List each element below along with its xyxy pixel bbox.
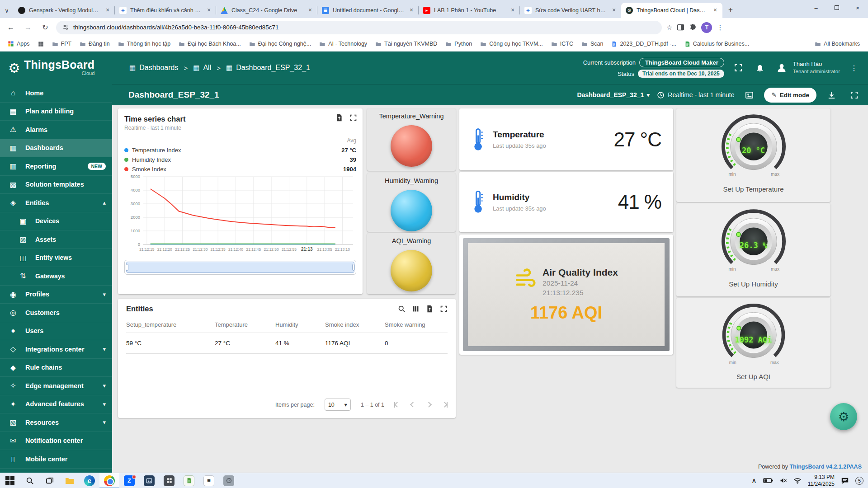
bookmark-folder[interactable]: Scan: [578, 39, 607, 48]
temperature-knob[interactable]: minmax 20 °C: [706, 111, 801, 188]
back-button[interactable]: ←: [5, 21, 17, 34]
reload-button[interactable]: ↻: [39, 21, 52, 34]
bookmark-star-icon[interactable]: ☆: [666, 23, 672, 32]
sidebar-item-mobile-center[interactable]: ▯Mobile center: [0, 450, 112, 469]
sidebar-item-entities[interactable]: ◈Entities▴: [0, 194, 112, 212]
sidebar-item-assets[interactable]: ▨Assets: [0, 230, 112, 249]
browser-tab[interactable]: Class_C24 - Google Drive ×: [216, 3, 317, 18]
subscription-badge[interactable]: ThingsBoard Cloud Maker: [639, 58, 724, 67]
tab-close-icon[interactable]: ×: [307, 7, 314, 14]
notifications-bell-icon[interactable]: [752, 60, 768, 75]
bookmark-folder[interactable]: Công cụ học TKVM...: [477, 39, 546, 48]
tab-close-icon[interactable]: ×: [205, 7, 212, 14]
export-icon[interactable]: [426, 305, 434, 313]
chart-range-scrollbar[interactable]: [124, 260, 356, 275]
bookmark-folder[interactable]: Python: [442, 39, 475, 48]
maximize-button[interactable]: [826, 0, 847, 15]
time-window-button[interactable]: Realtime - last 1 minute: [657, 91, 734, 99]
assistant-fab-button[interactable]: ⚙: [830, 403, 857, 430]
browser-tab[interactable]: Genspark - Verilog Module: Nh ×: [14, 3, 115, 18]
fullscreen-icon[interactable]: [731, 60, 746, 75]
bookmark-doc[interactable]: Calculus for Busines...: [681, 39, 752, 48]
page-size-select[interactable]: 10▾: [325, 399, 351, 411]
breadcrumb-current[interactable]: ▦Dashboard_ESP_32_1: [226, 64, 310, 72]
sidebar-item-users[interactable]: ●Users: [0, 322, 112, 341]
browser-tab[interactable]: ► LAB 1 Phần 1 - YouTube ×: [419, 3, 520, 18]
browser-profile-avatar[interactable]: T: [701, 22, 712, 33]
header-menu-icon[interactable]: ⋮: [846, 60, 862, 75]
download-icon[interactable]: [824, 87, 839, 103]
sidebar-item-solution-templates[interactable]: ▩Solution templates: [0, 176, 112, 194]
edge-icon[interactable]: e: [80, 473, 99, 488]
browser-tab[interactable]: ✦ Sửa code Verilog UART hiển th ×: [520, 3, 621, 18]
version-link[interactable]: ThingsBoard v4.2.1.2PAAS: [789, 464, 862, 470]
file-explorer-icon[interactable]: [60, 473, 80, 488]
taskbar-search-button[interactable]: [20, 473, 40, 488]
start-button[interactable]: [0, 473, 20, 488]
bookmark-grid-shortcut[interactable]: [35, 40, 47, 48]
site-settings-icon[interactable]: [62, 24, 69, 31]
first-page-button[interactable]: [394, 402, 399, 408]
sidebar-item-customers[interactable]: ◎Customers: [0, 304, 112, 322]
sidebar-item-rule-chains[interactable]: ◆Rule chains: [0, 359, 112, 377]
sidebar-item-reporting[interactable]: ▥ReportingNEW: [0, 157, 112, 176]
legend-row[interactable]: Smoke Index1904: [124, 164, 356, 174]
edit-mode-button[interactable]: ✎Edit mode: [764, 88, 816, 103]
sidebar-item-advanced-features[interactable]: ✦Advanced features▾: [0, 395, 112, 414]
browser-tab-active[interactable]: ⚙ ThingsBoard Cloud | Dashboar ×: [621, 3, 722, 18]
tab-close-icon[interactable]: ×: [509, 7, 516, 14]
bookmark-folder[interactable]: Đại học Công nghệ...: [246, 39, 314, 48]
browser-tab[interactable]: ✦ Thêm điều khiển và cảnh báo đ ×: [115, 3, 216, 18]
next-page-button[interactable]: [427, 402, 431, 408]
bookmark-folder[interactable]: Thông tin học tập: [115, 39, 174, 48]
legend-row[interactable]: Humidity Index39: [124, 155, 356, 164]
image-export-icon[interactable]: [741, 87, 757, 103]
address-bar[interactable]: thingsboard.cloud/dashboards/all/4b26a5d…: [56, 21, 662, 34]
zalo-icon[interactable]: Z: [119, 473, 139, 488]
tab-close-icon[interactable]: ×: [104, 7, 111, 14]
volume-muted-icon[interactable]: [779, 477, 787, 484]
sidebar-item-dashboards[interactable]: ▦Dashboards: [0, 139, 112, 158]
thingsboard-logo[interactable]: ⚙ ThingsBoardCloud: [0, 60, 112, 76]
minimize-button[interactable]: –: [806, 0, 826, 15]
column-header[interactable]: Smoke index: [325, 321, 385, 328]
wifi-icon[interactable]: [793, 477, 802, 484]
bookmark-pdf[interactable]: 2023_DD_DTH.pdf -...: [608, 39, 679, 48]
humidity-knob[interactable]: minmax 26.3 %: [706, 206, 801, 283]
sidebar-item-entity-views[interactable]: ◫Entity views: [0, 249, 112, 267]
breadcrumb-all[interactable]: ▦All: [193, 64, 211, 72]
bookmark-folder[interactable]: Đăng tin: [76, 39, 113, 48]
sidebar-item-notification-center[interactable]: ✉Notification center: [0, 432, 112, 450]
tab-close-icon[interactable]: ×: [712, 7, 719, 14]
user-menu[interactable]: Thanh Hào Tenant administrator: [774, 60, 840, 75]
sidebar-item-plan-and-billing[interactable]: ▤Plan and billing: [0, 103, 112, 121]
sidebar-item-resources[interactable]: ▧Resources▾: [0, 413, 112, 432]
editor-app-icon[interactable]: ≡: [199, 473, 219, 488]
columns-icon[interactable]: [412, 305, 420, 313]
task-view-button[interactable]: [40, 473, 60, 488]
bookmark-folder[interactable]: Đại học Bách Khoa...: [175, 39, 244, 48]
fullscreen-icon[interactable]: [846, 87, 862, 103]
sidebar-item-alarms[interactable]: ⚠Alarms: [0, 121, 112, 139]
range-handle-right[interactable]: [352, 264, 355, 271]
all-bookmarks-button[interactable]: All Bookmarks: [811, 39, 863, 48]
sidebar-item-profiles[interactable]: ◉Profiles▾: [0, 286, 112, 304]
action-center-icon[interactable]: [841, 477, 849, 485]
search-icon[interactable]: [398, 305, 406, 313]
column-header[interactable]: Humidity: [275, 321, 325, 328]
legend-row[interactable]: Temperature Index27 °C: [124, 145, 356, 155]
previous-page-button[interactable]: [411, 402, 415, 408]
fullscreen-icon[interactable]: [440, 305, 448, 313]
bookmark-folder[interactable]: ICTC: [548, 39, 576, 48]
dashboard-state-selector[interactable]: Dashboard_ESP_32_1▾: [577, 91, 650, 99]
export-icon[interactable]: [335, 114, 343, 122]
tab-close-icon[interactable]: ×: [610, 7, 618, 14]
close-button[interactable]: ×: [847, 0, 868, 15]
browser-menu-icon[interactable]: ⋮: [717, 23, 723, 32]
sidebar-item-edge-management[interactable]: ✧Edge management▾: [0, 377, 112, 395]
extensions-icon[interactable]: [689, 23, 697, 31]
bookmark-folder[interactable]: FPT: [49, 39, 75, 48]
side-panel-icon[interactable]: [677, 23, 684, 31]
recorder-app-icon[interactable]: [219, 473, 239, 488]
column-header[interactable]: Temperature: [215, 321, 275, 328]
